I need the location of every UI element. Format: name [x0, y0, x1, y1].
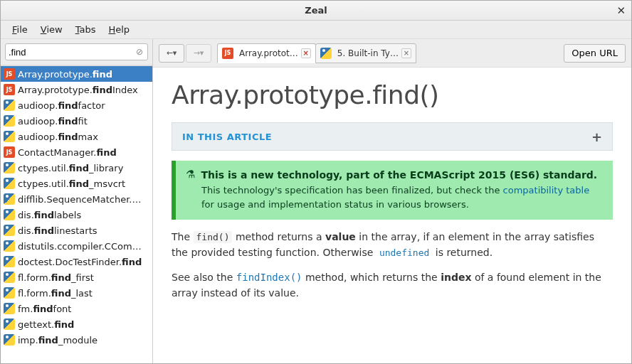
- description-paragraph-1: The find() method returns a value in the…: [172, 230, 613, 260]
- python-icon: [4, 318, 15, 330]
- result-item[interactable]: audioop.findfactor: [1, 97, 152, 113]
- results-list[interactable]: JSArray.prototype.findJSArray.prototype.…: [1, 65, 152, 363]
- notice-body: This technology's specification has been…: [201, 183, 603, 211]
- python-icon: [4, 334, 15, 346]
- code-undefined[interactable]: undefined: [376, 247, 432, 259]
- compat-table-link[interactable]: compatibility table: [503, 185, 590, 196]
- menu-tabs[interactable]: Tabs: [70, 22, 102, 37]
- result-item[interactable]: ctypes.util.find_library: [1, 160, 152, 176]
- sidebar: ⊘ JSArray.prototype.findJSArray.prototyp…: [1, 39, 153, 363]
- description-paragraph-2: See also the findIndex() method, which r…: [172, 270, 613, 301]
- result-item[interactable]: fl.form.find_first: [1, 269, 152, 285]
- result-label: fl.form.find_last: [18, 288, 93, 299]
- result-item[interactable]: fl.form.find_last: [1, 285, 152, 301]
- in-this-article-label: IN THIS ARTICLE: [182, 132, 272, 142]
- doc-content[interactable]: Array.prototype.find() IN THIS ARTICLE +…: [153, 68, 631, 363]
- tabs: JSArray.protot…×5. Built-in Ty…×: [217, 43, 558, 63]
- menu-help[interactable]: Help: [102, 22, 135, 37]
- result-item[interactable]: distutils.ccompiler.CCom…: [1, 238, 152, 254]
- python-icon: [4, 240, 15, 252]
- python-icon: [4, 287, 15, 299]
- python-icon: [4, 178, 15, 189]
- python-icon: [4, 115, 15, 127]
- nav-forward-button[interactable]: →▾: [186, 44, 211, 63]
- result-item[interactable]: imp.find_module: [1, 332, 152, 348]
- result-item[interactable]: dis.findlabels: [1, 207, 152, 223]
- main-pane: ←▾ →▾ JSArray.protot…×5. Built-in Ty…× O…: [153, 39, 631, 363]
- doc-tab[interactable]: JSArray.protot…×: [217, 43, 316, 63]
- flask-icon: ⚗: [186, 169, 195, 180]
- result-label: difflib.SequenceMatcher.…: [18, 194, 142, 205]
- menu-file[interactable]: File: [6, 22, 33, 37]
- close-icon[interactable]: ✕: [616, 4, 626, 17]
- code-find: find(): [194, 231, 233, 243]
- tab-close-icon[interactable]: ×: [401, 48, 411, 58]
- toolbar: ←▾ →▾ JSArray.protot…×5. Built-in Ty…× O…: [153, 39, 631, 68]
- result-label: dis.findlabels: [18, 210, 81, 220]
- doc-tab[interactable]: 5. Built-in Ty…×: [315, 43, 416, 63]
- clear-search-icon[interactable]: ⊘: [135, 47, 144, 57]
- result-label: gettext.find: [18, 319, 74, 330]
- page-title: Array.prototype.find(): [172, 80, 613, 109]
- result-label: Array.prototype.findIndex: [18, 85, 138, 95]
- arrow-left-icon: ←▾: [167, 48, 177, 58]
- result-item[interactable]: JSArray.prototype.find: [1, 66, 152, 82]
- python-icon: [4, 272, 15, 283]
- result-item[interactable]: gettext.find: [1, 316, 152, 332]
- js-icon: JS: [222, 48, 233, 59]
- result-label: distutils.ccompiler.CCom…: [18, 241, 142, 252]
- tab-close-icon[interactable]: ×: [301, 48, 311, 58]
- menubar: File View Tabs Help: [1, 21, 631, 39]
- result-label: dis.findlinestarts: [18, 225, 98, 236]
- result-item[interactable]: doctest.DocTestFinder.find: [1, 254, 152, 269]
- search-input[interactable]: [9, 47, 135, 58]
- result-label: ctypes.util.find_library: [18, 163, 123, 173]
- result-item[interactable]: ctypes.util.find_msvcrt: [1, 176, 152, 191]
- app-window: Zeal ✕ File View Tabs Help ⊘ JSArray.pro…: [0, 0, 632, 364]
- result-label: doctest.DocTestFinder.find: [18, 257, 142, 267]
- es6-notice: ⚗ This is a new technology, part of the …: [172, 161, 613, 220]
- result-item[interactable]: audioop.findfit: [1, 113, 152, 129]
- result-item[interactable]: dis.findlinestarts: [1, 223, 152, 238]
- result-label: audioop.findfit: [18, 116, 88, 127]
- result-item[interactable]: audioop.findmax: [1, 129, 152, 144]
- python-icon: [4, 303, 15, 314]
- search-box[interactable]: ⊘: [5, 43, 148, 60]
- result-item[interactable]: JSArray.prototype.findIndex: [1, 82, 152, 97]
- python-icon: [4, 131, 15, 142]
- python-icon: [4, 256, 15, 267]
- result-label: ctypes.util.find_msvcrt: [18, 178, 125, 189]
- window-title: Zeal: [305, 5, 327, 16]
- result-label: imp.find_module: [18, 335, 98, 346]
- result-label: audioop.findmax: [18, 132, 98, 142]
- in-this-article-box[interactable]: IN THIS ARTICLE +: [172, 122, 613, 151]
- js-icon: JS: [4, 146, 15, 158]
- tab-label: Array.protot…: [239, 48, 298, 58]
- result-label: ContactManager.find: [18, 147, 117, 158]
- python-icon: [320, 48, 332, 59]
- findindex-link[interactable]: findIndex(): [236, 272, 302, 283]
- tab-label: 5. Built-in Ty…: [337, 48, 399, 58]
- notice-title-text: This is a new technology, part of the EC…: [201, 169, 597, 181]
- expand-icon[interactable]: +: [591, 129, 602, 144]
- result-label: Array.prototype.find: [18, 69, 112, 80]
- python-icon: [4, 162, 15, 173]
- arrow-right-icon: →▾: [194, 48, 204, 58]
- nav-back-button[interactable]: ←▾: [159, 44, 184, 63]
- result-item[interactable]: fm.findfont: [1, 301, 152, 316]
- result-label: fm.findfont: [18, 304, 71, 314]
- titlebar[interactable]: Zeal ✕: [1, 1, 631, 21]
- python-icon: [4, 209, 15, 220]
- python-icon: [4, 193, 15, 205]
- result-item[interactable]: JSContactManager.find: [1, 144, 152, 160]
- result-item[interactable]: difflib.SequenceMatcher.…: [1, 191, 152, 207]
- menu-view[interactable]: View: [35, 22, 68, 37]
- body: ⊘ JSArray.prototype.findJSArray.prototyp…: [1, 39, 631, 363]
- js-icon: JS: [4, 84, 15, 95]
- js-icon: JS: [4, 68, 15, 80]
- python-icon: [4, 100, 15, 111]
- open-url-button[interactable]: Open URL: [564, 44, 626, 63]
- python-icon: [4, 225, 15, 236]
- result-label: fl.form.find_first: [18, 272, 94, 283]
- result-label: audioop.findfactor: [18, 100, 105, 111]
